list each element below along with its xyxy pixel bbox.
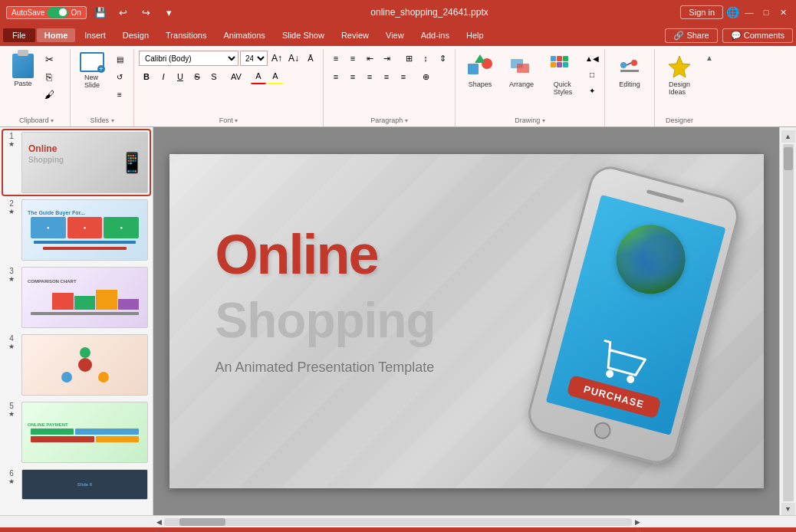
slide-thumb-6[interactable]: 6 ★ Slide 6 bbox=[3, 468, 150, 501]
autosave-state: On bbox=[71, 8, 81, 17]
justify-button[interactable]: ≡ bbox=[379, 69, 394, 84]
slide-thumb-2[interactable]: 2 ★ The Guide Buyer For... ● ● ● bbox=[3, 198, 150, 262]
shape-fill-button[interactable]: ▲◀ bbox=[584, 51, 600, 66]
reset-button[interactable]: ↺ bbox=[110, 68, 129, 85]
copy-button[interactable]: ⎘ bbox=[40, 68, 58, 85]
globe-icon: 🌐 bbox=[726, 6, 739, 18]
paste-button[interactable]: Paste bbox=[8, 51, 38, 90]
thumb1-online: Online bbox=[28, 144, 57, 154]
bullets-button[interactable]: ≡ bbox=[328, 51, 344, 66]
drawing-label: Drawing ▾ bbox=[460, 114, 600, 126]
svg-rect-5 bbox=[551, 56, 556, 61]
scroll-track[interactable] bbox=[783, 144, 794, 501]
strikethrough-button[interactable]: S bbox=[189, 69, 205, 84]
paste-label: Paste bbox=[14, 80, 31, 87]
thumb6-title: Slide 6 bbox=[77, 482, 92, 487]
font-size-select[interactable]: 24 bbox=[240, 51, 268, 66]
increase-font-button[interactable]: A↑ bbox=[269, 51, 285, 66]
sign-in-button[interactable]: Sign in bbox=[680, 5, 723, 19]
clear-format-button[interactable]: Ā bbox=[303, 51, 318, 66]
document-title: online_shopping_24641.pptx bbox=[179, 7, 681, 18]
redo-button[interactable]: ↪ bbox=[137, 4, 156, 21]
text-direction-button[interactable]: ⇕ bbox=[435, 51, 450, 66]
scroll-left-button[interactable]: ◀ bbox=[153, 517, 164, 527]
share-button[interactable]: 🔗 Share bbox=[665, 28, 717, 43]
character-spacing-button[interactable]: AV bbox=[229, 69, 244, 84]
decrease-font-button[interactable]: A↓ bbox=[286, 51, 301, 66]
scroll-up-button[interactable]: ▲ bbox=[781, 130, 795, 143]
editing-button[interactable]: Editing bbox=[610, 51, 650, 90]
scroll-down-button[interactable]: ▼ bbox=[781, 503, 795, 515]
align-justify-button[interactable]: ≡ bbox=[396, 69, 411, 84]
increase-indent-button[interactable]: ⇥ bbox=[379, 51, 394, 66]
menu-item-help[interactable]: Help bbox=[459, 28, 492, 42]
font-name-select[interactable]: Calibri (Body) bbox=[139, 51, 238, 66]
slide-thumb-3[interactable]: 3 ★ COMPARISON CHART bbox=[3, 265, 150, 330]
menu-item-insert[interactable]: Insert bbox=[77, 28, 113, 42]
shape-effects-button[interactable]: ✦ bbox=[584, 83, 600, 98]
autosave-badge[interactable]: AutoSave On bbox=[6, 6, 87, 19]
svg-rect-8 bbox=[551, 62, 556, 67]
slide-canvas[interactable]: Online Shopping An Animated Presentation… bbox=[169, 154, 764, 488]
maximize-button[interactable]: □ bbox=[759, 5, 773, 19]
collapse-ribbon-button[interactable]: ▲ bbox=[704, 52, 715, 64]
align-right-button[interactable]: ≡ bbox=[362, 69, 377, 84]
slide-num-area-2: 2 ★ bbox=[5, 199, 18, 215]
phone-speaker bbox=[646, 189, 684, 203]
menu-item-review[interactable]: Review bbox=[334, 28, 377, 42]
scroll-right-button[interactable]: ▶ bbox=[632, 517, 643, 527]
minimize-button[interactable]: — bbox=[742, 5, 756, 19]
editing-label: Editing bbox=[619, 80, 640, 88]
slide-thumb-1[interactable]: 1 ★ Online Shopping 📱 bbox=[3, 130, 150, 195]
section-button[interactable]: ≡ bbox=[110, 86, 129, 103]
comments-button[interactable]: 💬 Comments bbox=[722, 28, 793, 43]
cut-button[interactable]: ✂ bbox=[40, 51, 58, 67]
canvas-area: Online Shopping An Animated Presentation… bbox=[153, 127, 779, 515]
shape-outline-button[interactable]: □ bbox=[584, 67, 600, 82]
menu-item-transitions[interactable]: Transitions bbox=[158, 28, 214, 42]
menu-item-view[interactable]: View bbox=[378, 28, 412, 42]
thumb6-content: Slide 6 bbox=[22, 470, 147, 499]
align-center-button[interactable]: ≡ bbox=[345, 69, 360, 84]
new-slide-button[interactable]: New Slide bbox=[75, 51, 109, 90]
font-color-button[interactable]: A bbox=[251, 69, 266, 84]
menu-item-slideshow[interactable]: Slide Show bbox=[275, 28, 332, 42]
decrease-indent-button[interactable]: ⇤ bbox=[362, 51, 377, 66]
h-scroll-track[interactable] bbox=[164, 518, 632, 526]
highlight-button[interactable]: A bbox=[268, 69, 283, 84]
arrange-button[interactable]: Arrange bbox=[502, 51, 541, 90]
svg-line-14 bbox=[627, 63, 631, 65]
autosave-toggle[interactable] bbox=[47, 8, 68, 18]
menu-item-animations[interactable]: Animations bbox=[215, 28, 272, 42]
drawing-content: Shapes Arrange bbox=[460, 49, 600, 114]
shapes-button[interactable]: Shapes bbox=[460, 51, 500, 90]
menu-item-home[interactable]: Home bbox=[37, 28, 76, 42]
columns-button[interactable]: ⊞ bbox=[401, 51, 416, 66]
menu-item-design[interactable]: Design bbox=[115, 28, 156, 42]
slide-num-3: 3 bbox=[9, 267, 14, 275]
line-spacing-button[interactable]: ↕ bbox=[418, 51, 433, 66]
customize-quick-access[interactable]: ▾ bbox=[160, 4, 179, 21]
svg-point-13 bbox=[631, 60, 637, 66]
shapes-label: Shapes bbox=[469, 80, 492, 88]
menu-item-addins[interactable]: Add-ins bbox=[413, 28, 457, 42]
save-button[interactable]: 💾 bbox=[91, 4, 110, 21]
bold-button[interactable]: B bbox=[139, 69, 154, 84]
layout-button[interactable]: ▤ bbox=[110, 51, 129, 67]
menu-item-file[interactable]: File bbox=[3, 28, 35, 42]
slide-thumb-5[interactable]: 5 ★ ONLINE PAYMENT bbox=[3, 400, 150, 465]
phone-home-button bbox=[592, 420, 613, 441]
undo-button[interactable]: ↩ bbox=[114, 4, 133, 21]
slide-thumb-4[interactable]: 4 ★ bbox=[3, 333, 150, 397]
underline-button[interactable]: U bbox=[173, 69, 188, 84]
smartart-button[interactable]: ⊕ bbox=[418, 69, 433, 84]
close-button[interactable]: ✕ bbox=[776, 5, 790, 19]
design-ideas-button[interactable]: Design Ideas bbox=[659, 51, 699, 98]
editing-icon bbox=[616, 53, 643, 80]
align-left-button[interactable]: ≡ bbox=[328, 69, 344, 84]
italic-button[interactable]: I bbox=[156, 69, 171, 84]
quick-styles-button[interactable]: Quick Styles bbox=[543, 51, 583, 98]
format-painter-button[interactable]: 🖌 bbox=[40, 86, 58, 103]
textshadow-button[interactable]: S bbox=[206, 69, 222, 84]
numbering-button[interactable]: ≡ bbox=[345, 51, 360, 66]
